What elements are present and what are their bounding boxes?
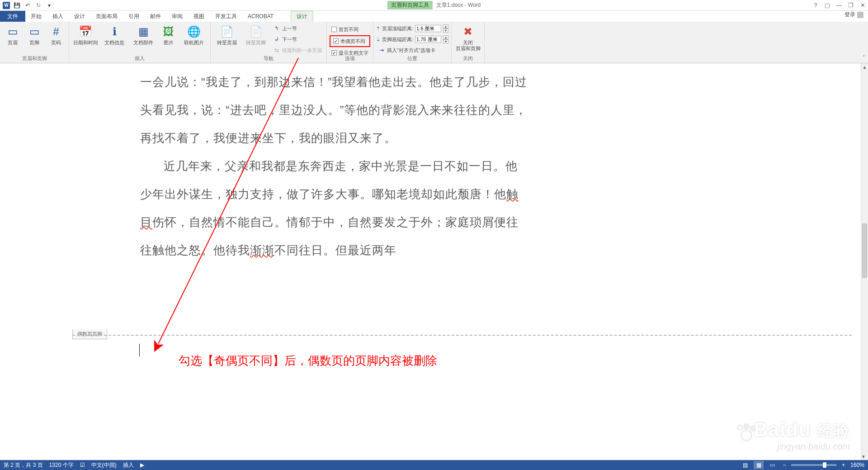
minimize-icon[interactable]: — [835,2,843,9]
even-page-footer-tag: 偶数页页脚 [72,329,107,339]
help-icon[interactable]: ? [812,2,819,9]
tab-references[interactable]: 引用 [123,11,145,22]
header-dist-input[interactable] [415,25,441,32]
tab-layout[interactable]: 页面布局 [90,11,123,22]
diff-first-page-checkbox[interactable]: 首页不同 [330,24,370,34]
zoom-slider[interactable] [791,464,836,466]
prev-section-label: 上一节 [282,25,297,32]
language-indicator[interactable]: 中文(中国) [91,461,117,469]
header-icon: ▭ [5,24,20,39]
close-header-footer-button[interactable]: ✖ 关闭页眉和页脚 [454,23,481,53]
login-button[interactable]: 登录 [844,11,863,19]
checkbox-checked-icon: ✔ [333,38,339,44]
docinfo-button[interactable]: ℹ 文档信息 [101,23,128,47]
footer-distance-row: ⇣ 页脚底端距离: ▲▼ [376,34,448,44]
close-hf-label: 关闭页眉和页脚 [456,40,481,52]
pagenumber-icon: # [49,24,63,39]
tab-hf-design[interactable]: 设计 [291,11,313,22]
datetime-label: 日期和时间 [73,40,98,46]
online-picture-label: 联机图片 [184,40,204,46]
group-close-label: 关闭 [454,55,481,63]
annotation-text: 勾选【奇偶页不同】后，偶数页的页脚内容被删除 [179,353,437,369]
header-label: 页眉 [8,40,18,46]
datetime-button[interactable]: 📅 日期和时间 [72,23,99,47]
page-indicator[interactable]: 第 2 页，共 3 页 [4,461,43,469]
tab-developer[interactable]: 开发工具 [210,11,242,22]
print-layout-icon[interactable]: ▦ [754,461,764,469]
word-count[interactable]: 1320 个字 [49,461,74,469]
redo-icon[interactable]: ↻ [34,1,42,9]
page: 一会儿说：“我走了，到那边来信！”我望着他走出去。他走了几步，回过头看见我，说：… [72,63,597,273]
docparts-icon: ▦ [136,24,151,39]
header-dist-label: 页眉顶端距离: [382,25,413,32]
next-section-icon: ↲ [273,36,280,43]
tab-view[interactable]: 视图 [188,11,210,22]
tab-review[interactable]: 审阅 [166,11,188,22]
ribbon-display-icon[interactable]: ▢ [824,2,831,9]
group-header-footer-label: 页眉和页脚 [3,55,66,63]
ribbon: ▭ 页眉 ▭ 页脚 # 页码 页眉和页脚 📅 日期和时间 ℹ 文档信息 [0,22,868,63]
undo-icon[interactable]: ↶ [24,1,32,9]
link-previous-button: ⇆ 链接到前一条页眉 [271,45,324,55]
scroll-track[interactable] [861,71,868,453]
next-section-label: 下一节 [282,36,297,43]
footer-dist-input[interactable] [415,36,441,43]
title-center: 页眉和页脚工具 文章1.docx - Word [387,1,481,9]
picture-label: 图片 [164,40,174,46]
docparts-label: 文档部件 [133,40,153,46]
insert-align-tab-button[interactable]: ⇥ 插入"对齐方式"选项卡 [376,45,448,55]
next-section-button[interactable]: ↲ 下一节 [271,34,324,44]
tab-mailings[interactable]: 邮件 [145,11,166,22]
header-button[interactable]: ▭ 页眉 [3,23,23,47]
docparts-button[interactable]: ▦ 文档部件 [130,23,157,47]
tab-home[interactable]: 开始 [25,11,47,22]
picture-button[interactable]: 🖼 图片 [159,23,179,47]
scroll-thumb[interactable] [862,223,867,278]
goto-footer-button[interactable]: 📄 转至页脚 [242,23,269,47]
header-dist-icon: ⇡ [376,26,380,32]
footer-button[interactable]: ▭ 页脚 [24,23,44,47]
spellcheck-icon[interactable]: ☑ [80,462,85,468]
status-right: ▤ ▦ ▭ − + 160% [740,461,864,469]
diff-odd-even-label: 奇偶页不同 [340,38,365,45]
save-icon[interactable]: 💾 [13,1,21,9]
close-hf-icon: ✖ [461,24,475,39]
footer-dist-spinner[interactable]: ▲▼ [443,35,448,43]
scroll-up-icon[interactable]: ▲ [861,63,868,71]
zoom-level[interactable]: 160% [850,462,864,468]
group-position-label: 位置 [376,55,448,63]
tab-design[interactable]: 设计 [69,11,90,22]
zoom-in-icon[interactable]: + [840,462,847,468]
read-mode-icon[interactable]: ▤ [740,461,750,469]
header-dist-spinner[interactable]: ▲▼ [443,24,448,33]
zoom-out-icon[interactable]: − [781,462,788,468]
group-insert: 📅 日期和时间 ℹ 文档信息 ▦ 文档部件 🖼 图片 🌐 联机图片 插入 [69,22,211,63]
vertical-scrollbar[interactable]: ▲ ▼ [861,63,868,460]
zoom-handle[interactable] [823,462,826,468]
diff-first-label: 首页不同 [339,26,359,33]
prev-section-icon: ↰ [273,25,280,32]
pagenumber-label: 页码 [51,40,61,46]
document-title: 文章1.docx - Word [436,1,481,9]
goto-header-button[interactable]: 📄 转至页眉 [213,23,241,47]
insert-mode[interactable]: 插入 [123,461,134,469]
tab-insert[interactable]: 插入 [47,11,69,22]
page-body-text: 一会儿说：“我走了，到那边来信！”我望着他走出去。他走了几步，回过头看见我，说：… [72,63,597,273]
prev-section-button[interactable]: ↰ 上一节 [271,24,324,33]
close-icon[interactable]: ✕ [859,2,866,9]
page-number-button[interactable]: # 页码 [46,23,66,47]
tab-acrobat[interactable]: ACROBAT [242,11,279,22]
document-area[interactable]: 一会儿说：“我走了，到那边来信！”我望着他走出去。他走了几步，回过头看见我，说：… [0,63,861,460]
collapse-ribbon-icon[interactable]: ˄ [862,54,866,62]
macro-icon[interactable]: ▶ [140,462,144,468]
ribbon-tabs: 文件 开始 插入 设计 页面布局 引用 邮件 审阅 视图 开发工具 ACROBA… [0,11,868,22]
web-layout-icon[interactable]: ▭ [767,461,777,469]
tab-file[interactable]: 文件 [0,11,25,22]
footer-label: 页脚 [29,40,39,46]
scroll-down-icon[interactable]: ▼ [861,453,866,460]
restore-icon[interactable]: ❐ [847,2,854,9]
docinfo-icon: ℹ [107,24,122,39]
diff-odd-even-checkbox[interactable]: ✔ 奇偶页不同 [331,36,368,46]
online-picture-button[interactable]: 🌐 联机图片 [180,23,208,47]
qat-customize-icon[interactable]: ▾ [45,1,53,9]
